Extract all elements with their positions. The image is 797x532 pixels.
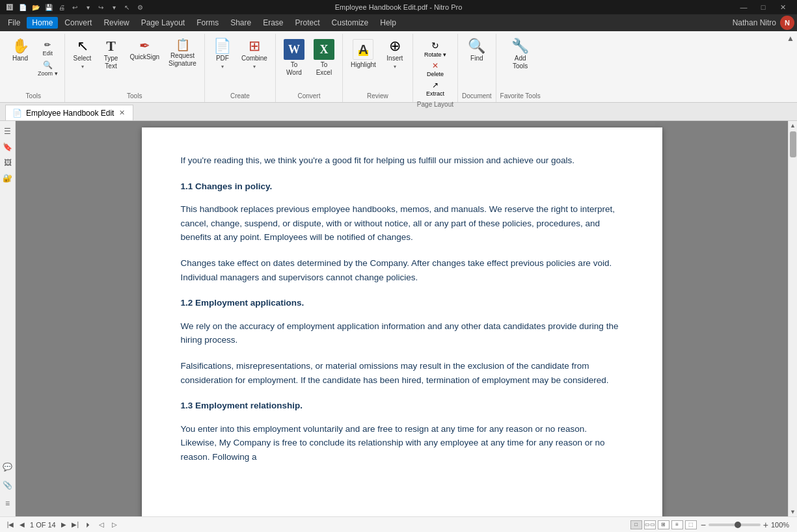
menu-convert[interactable]: Convert xyxy=(59,17,97,29)
nav-prev-alt-button[interactable]: ◁ xyxy=(96,520,107,530)
request-sig-button[interactable]: 📋 RequestSignature xyxy=(165,36,200,70)
add-tools-button[interactable]: 🔧 AddTools xyxy=(507,36,534,73)
nav-next-alt-button[interactable]: ▷ xyxy=(109,520,120,530)
ribbon-group-pagelayout: ↻ Rotate ▾ ✕ Delete ↗ Extract Page Layou… xyxy=(413,34,458,102)
menu-protect[interactable]: Protect xyxy=(290,17,325,29)
zoom-slider[interactable] xyxy=(709,524,761,526)
rotate-button[interactable]: ↻ Rotate ▾ ✕ Delete ↗ Extract xyxy=(418,36,453,101)
zoom-slider-thumb[interactable] xyxy=(735,522,741,528)
zoom-button[interactable]: 🔍 Zoom ▾ xyxy=(35,59,61,78)
nav-last-button[interactable]: ▶| xyxy=(70,520,81,530)
menubar: File Home Convert Review Page Layout For… xyxy=(0,14,797,31)
sidebar-icon-bookmark[interactable]: 🔖 xyxy=(1,140,14,153)
menu-pagelayout[interactable]: Page Layout xyxy=(136,17,190,29)
user-avatar[interactable]: N xyxy=(780,16,794,30)
find-button[interactable]: 🔍 Find xyxy=(463,36,491,65)
sidebar-icon-list[interactable]: ≡ xyxy=(1,497,14,510)
menu-home[interactable]: Home xyxy=(27,17,58,29)
nav-prev-button[interactable]: ◀ xyxy=(17,520,27,530)
print-icon[interactable]: 🖨 xyxy=(57,3,66,12)
redo-icon[interactable]: ↪ xyxy=(96,3,105,12)
pdf-scroll[interactable]: If you're reading this, we think you're … xyxy=(16,121,788,516)
ribbon-group-create-content: 📄 PDF ▾ ⊞ Combine ▾ xyxy=(209,34,271,92)
highlight-icon: A xyxy=(358,43,368,56)
ribbon-collapse-button[interactable]: ▲ xyxy=(787,34,794,43)
ribbon-label-tools1: Tools xyxy=(26,92,41,101)
menu-share[interactable]: Share xyxy=(225,17,256,29)
cursor-icon[interactable]: ↖ xyxy=(122,3,131,12)
menu-erase[interactable]: Erase xyxy=(258,17,288,29)
view-alt-button[interactable]: ⬚ xyxy=(685,520,697,529)
type-text-button[interactable]: T TypeText xyxy=(98,36,125,73)
view-double-button[interactable]: ▭▭ xyxy=(644,520,656,529)
main-area: ☰ 🔖 🖼 🔐 💬 📎 ≡ If you're reading this, we… xyxy=(0,121,797,516)
sidebar-icon-menu[interactable]: ☰ xyxy=(1,125,14,138)
menu-forms[interactable]: Forms xyxy=(191,17,224,29)
minimize-button[interactable]: — xyxy=(735,1,753,13)
quicksign-button[interactable]: ✒ QuickSign xyxy=(126,36,164,64)
undo-icon[interactable]: ↩ xyxy=(70,3,79,12)
view-scroll-button[interactable]: ≡ xyxy=(671,520,683,529)
zoom-plus-button[interactable]: + xyxy=(763,520,768,530)
tab-close-button[interactable]: ✕ xyxy=(118,109,126,117)
sidebar-icon-security[interactable]: 🔐 xyxy=(1,172,14,185)
insert-button[interactable]: ⊕ Insert ▾ xyxy=(381,36,409,72)
to-excel-button[interactable]: X ToExcel xyxy=(310,36,338,79)
save-icon[interactable]: 💾 xyxy=(44,3,53,12)
view-single-button[interactable]: □ xyxy=(630,520,642,529)
heading-1-1: 1.1 Changes in policy. xyxy=(181,180,623,194)
select-button[interactable]: ↖ Select ▾ xyxy=(69,36,96,72)
nav-play-button[interactable]: ⏵ xyxy=(83,520,94,530)
delete-button[interactable]: ✕ Delete xyxy=(422,60,449,79)
paragraph-changes: Changes take effect on dates determined … xyxy=(181,256,623,284)
document-tab[interactable]: 📄 Employee Handbook Edit ✕ xyxy=(5,105,133,120)
rotate-sub-button[interactable]: ↻ Rotate ▾ xyxy=(422,39,449,59)
maximize-button[interactable]: □ xyxy=(754,1,772,13)
to-excel-label: ToExcel xyxy=(316,61,332,77)
zoom-controls: − + 100% xyxy=(701,520,792,530)
open-icon[interactable]: 📂 xyxy=(31,3,40,12)
edit-icon: ✏ xyxy=(44,40,51,49)
new-icon[interactable]: 📄 xyxy=(18,3,27,12)
sidebar-icon-comment[interactable]: 💬 xyxy=(1,460,14,473)
close-button[interactable]: ✕ xyxy=(774,1,792,13)
scroll-thumb[interactable] xyxy=(790,131,796,157)
rotate-label: Rotate ▾ xyxy=(424,51,446,58)
to-word-button[interactable]: W ToWord xyxy=(280,36,308,79)
scroll-down-arrow[interactable]: ▼ xyxy=(790,507,796,516)
pdf-label: PDF xyxy=(216,55,229,62)
ribbon-label-document: Document xyxy=(462,92,492,101)
scroll-up-arrow[interactable]: ▲ xyxy=(790,121,796,130)
tabbar: 📄 Employee Handbook Edit ✕ xyxy=(0,103,797,121)
pdf-page: If you're reading this, we think you're … xyxy=(142,127,662,516)
ribbon-group-review: A Highlight ⊕ Insert ▾ Review xyxy=(343,34,413,102)
window-title: Employee Handbook Edit.pdf - Nitro Pro xyxy=(335,3,463,11)
statusbar-right: □ ▭▭ ⊞ ≡ ⬚ − + 100% xyxy=(630,520,792,530)
combine-button[interactable]: ⊞ Combine ▾ xyxy=(237,36,271,72)
nav-next-button[interactable]: ▶ xyxy=(59,520,69,530)
view-grid-button[interactable]: ⊞ xyxy=(658,520,669,529)
zoom-level: 100% xyxy=(771,521,792,529)
menu-review[interactable]: Review xyxy=(98,17,134,29)
hand-button[interactable]: ✋ Hand xyxy=(7,36,34,65)
extract-button[interactable]: ↗ Extract xyxy=(422,79,449,98)
menu-help[interactable]: Help xyxy=(375,17,401,29)
sidebar-icon-attach[interactable]: 📎 xyxy=(1,479,14,492)
pdf-button[interactable]: 📄 PDF ▾ xyxy=(209,36,236,72)
heading-1-3: 1.3 Employment relationship. xyxy=(181,399,623,413)
highlight-button[interactable]: A Highlight xyxy=(347,36,380,72)
ribbon: ✋ Hand ✏ Edit 🔍 Zoom ▾ Tools ↖ Select ▾ xyxy=(0,31,797,103)
extract-label: Extract xyxy=(426,90,444,97)
menu-customize[interactable]: Customize xyxy=(327,17,374,29)
edit-button[interactable]: ✏ Edit xyxy=(35,39,61,58)
titlebar: 🅽 📄 📂 💾 🖨 ↩ ▾ ↪ ▾ ↖ ⚙ Employee Handbook … xyxy=(0,0,797,14)
nav-first-button[interactable]: |◀ xyxy=(5,520,16,530)
combine-dropdown-arrow: ▾ xyxy=(253,64,256,70)
extra-icon[interactable]: ⚙ xyxy=(135,3,144,12)
menu-file[interactable]: File xyxy=(3,17,25,29)
zoom-minus-button[interactable]: − xyxy=(701,520,706,530)
hand-label: Hand xyxy=(12,55,28,62)
redo-dropdown[interactable]: ▾ xyxy=(109,3,118,12)
sidebar-icon-thumbnail[interactable]: 🖼 xyxy=(1,156,14,169)
undo-dropdown[interactable]: ▾ xyxy=(83,3,92,12)
